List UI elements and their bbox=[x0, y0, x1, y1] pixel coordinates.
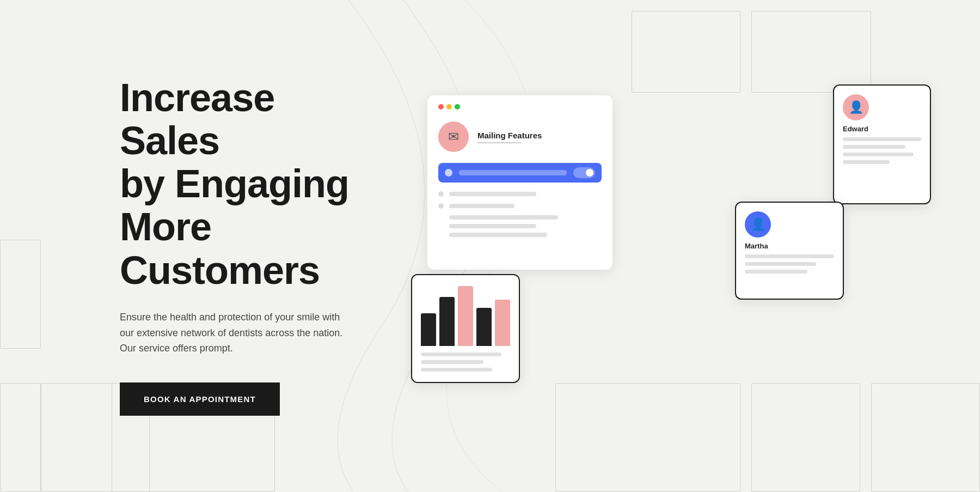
sub-line-3 bbox=[449, 233, 547, 237]
edward-card: 👤 Edward bbox=[833, 84, 931, 204]
dot-green bbox=[455, 104, 460, 110]
list-item-1 bbox=[438, 191, 602, 197]
bar-5 bbox=[495, 300, 510, 346]
chart-bars bbox=[421, 286, 510, 346]
chart-line-1 bbox=[421, 353, 501, 356]
bar-4 bbox=[476, 308, 492, 346]
mailing-features-card: ✉ Mailing Features bbox=[427, 95, 612, 270]
envelope-icon: ✉ bbox=[448, 129, 459, 144]
book-appointment-button[interactable]: Book An Appointment bbox=[120, 382, 280, 416]
left-section: Increase Sales by Engaging More Customer… bbox=[0, 76, 370, 416]
card-main-body: ✉ Mailing Features bbox=[438, 122, 602, 237]
card-title: Mailing Features bbox=[477, 131, 542, 140]
edward-line-3 bbox=[843, 153, 914, 156]
edward-line-1 bbox=[843, 137, 921, 141]
edward-line-2 bbox=[843, 145, 905, 149]
bar-1 bbox=[421, 313, 436, 346]
martha-person-icon: 👤 bbox=[751, 217, 765, 232]
chart-legend-lines bbox=[421, 353, 510, 372]
chart-line-2 bbox=[421, 360, 483, 364]
dot-yellow bbox=[446, 104, 452, 110]
hero-subtitle: Ensure the health and protection of your… bbox=[120, 309, 354, 356]
bar-2 bbox=[439, 297, 455, 346]
edward-avatar: 👤 bbox=[843, 94, 869, 120]
toggle-bar-fill bbox=[459, 170, 567, 175]
card-title-block: Mailing Features bbox=[477, 131, 542, 143]
toggle-left-indicator bbox=[445, 169, 452, 177]
card-header: ✉ Mailing Features bbox=[438, 122, 602, 152]
right-section: ✉ Mailing Features bbox=[370, 0, 980, 492]
edward-person-icon: 👤 bbox=[849, 100, 863, 114]
dot-red bbox=[438, 104, 444, 110]
list-dot-1 bbox=[438, 191, 444, 197]
title-underline bbox=[477, 142, 521, 143]
hero-title: Increase Sales by Engaging More Customer… bbox=[120, 76, 370, 292]
bar-3 bbox=[458, 286, 473, 346]
martha-avatar: 👤 bbox=[745, 211, 771, 238]
martha-line-3 bbox=[745, 270, 807, 274]
list-item-2 bbox=[438, 203, 602, 209]
list-line-2 bbox=[449, 204, 514, 208]
toggle-knob bbox=[586, 169, 593, 177]
chart-card bbox=[411, 274, 520, 383]
envelope-avatar: ✉ bbox=[438, 122, 469, 152]
martha-line-1 bbox=[745, 254, 834, 258]
toggle-switch[interactable] bbox=[573, 167, 595, 178]
sub-lines bbox=[449, 215, 602, 237]
traffic-dots bbox=[438, 104, 460, 110]
chart-line-3 bbox=[421, 368, 492, 372]
martha-card: 👤 Martha bbox=[735, 202, 844, 300]
edward-line-4 bbox=[843, 160, 890, 164]
list-line-1 bbox=[449, 192, 536, 196]
main-content: Increase Sales by Engaging More Customer… bbox=[0, 0, 980, 492]
sub-line-2 bbox=[449, 224, 536, 228]
martha-line-2 bbox=[745, 262, 816, 266]
list-dot-2 bbox=[438, 203, 444, 209]
edward-name: Edward bbox=[843, 125, 921, 133]
toggle-bar bbox=[438, 163, 602, 183]
sub-line-1 bbox=[449, 215, 558, 220]
martha-name: Martha bbox=[745, 242, 834, 250]
